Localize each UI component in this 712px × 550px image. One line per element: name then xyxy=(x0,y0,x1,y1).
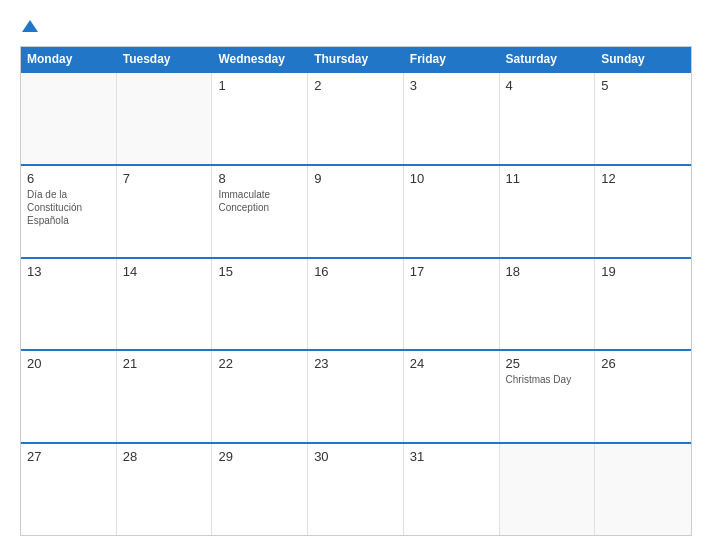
cell-number: 24 xyxy=(410,356,493,371)
cell-number: 18 xyxy=(506,264,589,279)
cal-cell: 20 xyxy=(21,351,117,442)
cal-cell: 12 xyxy=(595,166,691,257)
cal-cell: 25Christmas Day xyxy=(500,351,596,442)
cal-cell: 21 xyxy=(117,351,213,442)
cal-cell: 13 xyxy=(21,259,117,350)
cell-number: 11 xyxy=(506,171,589,186)
cell-number: 21 xyxy=(123,356,206,371)
week-row-2: 6Día de la Constitución Española78Immacu… xyxy=(21,164,691,257)
header xyxy=(20,18,692,34)
cell-number: 23 xyxy=(314,356,397,371)
week-row-3: 13141516171819 xyxy=(21,257,691,350)
calendar-header: MondayTuesdayWednesdayThursdayFridaySatu… xyxy=(21,47,691,71)
cell-number: 26 xyxy=(601,356,685,371)
cal-cell: 14 xyxy=(117,259,213,350)
cell-number: 5 xyxy=(601,78,685,93)
cal-cell: 9 xyxy=(308,166,404,257)
cell-event: Día de la Constitución Española xyxy=(27,188,110,227)
cal-cell: 27 xyxy=(21,444,117,535)
cell-number: 28 xyxy=(123,449,206,464)
cal-cell: 29 xyxy=(212,444,308,535)
day-header-wednesday: Wednesday xyxy=(212,47,308,71)
cell-number: 16 xyxy=(314,264,397,279)
cell-number: 25 xyxy=(506,356,589,371)
cal-cell: 23 xyxy=(308,351,404,442)
calendar: MondayTuesdayWednesdayThursdayFridaySatu… xyxy=(20,46,692,536)
cell-number: 30 xyxy=(314,449,397,464)
cell-number: 8 xyxy=(218,171,301,186)
cal-cell: 8Immaculate Conception xyxy=(212,166,308,257)
cell-number: 4 xyxy=(506,78,589,93)
cell-number: 6 xyxy=(27,171,110,186)
page: MondayTuesdayWednesdayThursdayFridaySatu… xyxy=(0,0,712,550)
cal-cell: 28 xyxy=(117,444,213,535)
cal-cell: 2 xyxy=(308,73,404,164)
cell-number: 27 xyxy=(27,449,110,464)
cell-number: 3 xyxy=(410,78,493,93)
day-header-friday: Friday xyxy=(404,47,500,71)
day-header-tuesday: Tuesday xyxy=(117,47,213,71)
cal-cell: 15 xyxy=(212,259,308,350)
cell-number: 9 xyxy=(314,171,397,186)
cal-cell xyxy=(21,73,117,164)
cal-cell: 17 xyxy=(404,259,500,350)
logo xyxy=(20,18,38,34)
cal-cell: 11 xyxy=(500,166,596,257)
cell-event: Immaculate Conception xyxy=(218,188,301,214)
logo-triangle-icon xyxy=(22,18,38,34)
cal-cell: 3 xyxy=(404,73,500,164)
cell-number: 15 xyxy=(218,264,301,279)
cal-cell: 6Día de la Constitución Española xyxy=(21,166,117,257)
cal-cell: 10 xyxy=(404,166,500,257)
cell-number: 22 xyxy=(218,356,301,371)
cell-event: Christmas Day xyxy=(506,373,589,386)
calendar-body: 123456Día de la Constitución Española78I… xyxy=(21,71,691,535)
cal-cell: 7 xyxy=(117,166,213,257)
cal-cell: 18 xyxy=(500,259,596,350)
day-header-thursday: Thursday xyxy=(308,47,404,71)
cal-cell: 22 xyxy=(212,351,308,442)
cal-cell: 1 xyxy=(212,73,308,164)
cal-cell: 19 xyxy=(595,259,691,350)
cal-cell: 24 xyxy=(404,351,500,442)
cal-cell xyxy=(595,444,691,535)
cal-cell: 5 xyxy=(595,73,691,164)
cal-cell: 30 xyxy=(308,444,404,535)
cell-number: 31 xyxy=(410,449,493,464)
cal-cell: 4 xyxy=(500,73,596,164)
day-header-sunday: Sunday xyxy=(595,47,691,71)
cal-cell: 16 xyxy=(308,259,404,350)
cell-number: 20 xyxy=(27,356,110,371)
cell-number: 12 xyxy=(601,171,685,186)
cell-number: 2 xyxy=(314,78,397,93)
week-row-5: 2728293031 xyxy=(21,442,691,535)
cell-number: 7 xyxy=(123,171,206,186)
week-row-1: 12345 xyxy=(21,71,691,164)
day-header-monday: Monday xyxy=(21,47,117,71)
cell-number: 29 xyxy=(218,449,301,464)
day-header-saturday: Saturday xyxy=(500,47,596,71)
cell-number: 1 xyxy=(218,78,301,93)
week-row-4: 202122232425Christmas Day26 xyxy=(21,349,691,442)
cell-number: 10 xyxy=(410,171,493,186)
svg-marker-0 xyxy=(22,20,38,32)
cal-cell xyxy=(500,444,596,535)
cal-cell: 26 xyxy=(595,351,691,442)
cell-number: 17 xyxy=(410,264,493,279)
cell-number: 14 xyxy=(123,264,206,279)
cal-cell: 31 xyxy=(404,444,500,535)
cell-number: 13 xyxy=(27,264,110,279)
cell-number: 19 xyxy=(601,264,685,279)
cal-cell xyxy=(117,73,213,164)
